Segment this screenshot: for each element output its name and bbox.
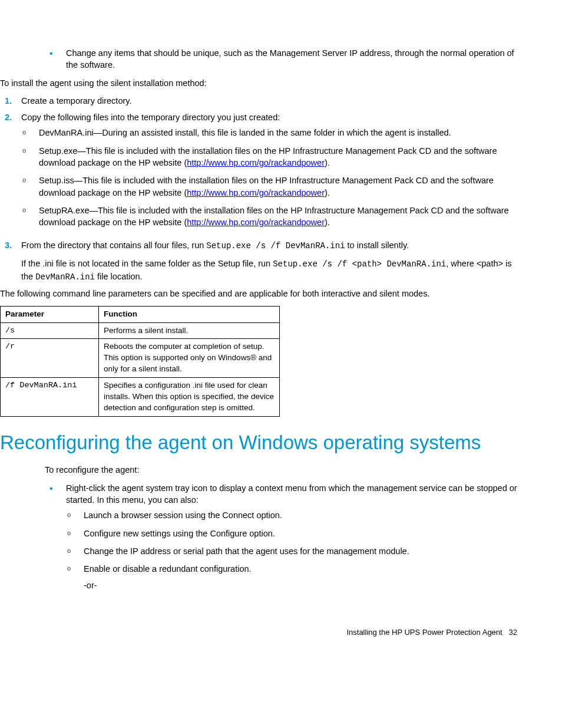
- step-note: If the .ini file is not located in the s…: [21, 258, 517, 283]
- text-fragment: file location.: [95, 272, 143, 281]
- sub-text: Change the IP address or serial path tha…: [84, 545, 517, 557]
- table-row: /s Performs a silent install.: [1, 322, 280, 339]
- parameters-table: Parameter Function /s Performs a silent …: [0, 306, 280, 417]
- function-cell: Reboots the computer at completion of se…: [99, 339, 280, 378]
- sub-text: Enable or disable a redundant configurat…: [84, 563, 517, 575]
- text-fragment: to install silently.: [345, 241, 409, 250]
- sub-text: SetupRA.exe—This file is included with t…: [39, 205, 517, 229]
- step-text: Create a temporary directory.: [21, 95, 517, 107]
- list-item: • Right-click the agent system tray icon…: [45, 482, 517, 598]
- step-content: Copy the following files into the tempor…: [21, 111, 517, 234]
- circle-marker-icon: o: [22, 206, 39, 229]
- list-item: o Setup.exe—This file is included with t…: [21, 145, 517, 169]
- page-footer: Installing the HP UPS Power Protection A…: [45, 627, 517, 638]
- list-item: o SetupRA.exe—This file is included with…: [21, 205, 517, 229]
- param-cell: /s: [1, 322, 99, 339]
- list-item: o Setup.iss—This file is included with t…: [21, 174, 517, 199]
- circle-marker-icon: o: [22, 128, 39, 139]
- section-heading: Reconfiguring the agent on Windows opera…: [0, 430, 517, 456]
- bullet-text: Right-click the agent system tray icon t…: [66, 483, 517, 505]
- file-sublist: o DevManRA.ini—During an assisted instal…: [21, 127, 517, 228]
- table-intro: The following command line parameters ca…: [0, 288, 517, 299]
- step-number: 1.: [5, 95, 21, 107]
- command-text: Setup.exe /s /f <path> DevManRA.ini: [273, 259, 446, 269]
- intro-paragraph: To install the agent using the silent in…: [0, 77, 517, 89]
- list-item: o Configure new settings using the Confi…: [66, 528, 517, 539]
- step-number: 3.: [5, 239, 21, 284]
- rackandpower-link[interactable]: http://www.hp.com/go/rackandpower: [187, 188, 325, 197]
- install-steps: 1. Create a temporary directory. 2. Copy…: [0, 95, 517, 283]
- sub-text: Launch a browser session using the Conne…: [84, 509, 517, 521]
- circle-marker-icon: o: [67, 529, 84, 539]
- list-item: o Enable or disable a redundant configur…: [66, 563, 517, 592]
- or-text: -or-: [84, 579, 517, 591]
- step-text: Copy the following files into the tempor…: [21, 113, 280, 122]
- text-fragment: ).: [325, 218, 330, 227]
- reconfigure-list: • Right-click the agent system tray icon…: [45, 482, 517, 598]
- table-row: /f DevManRA.ini Specifies a configuratio…: [1, 378, 280, 417]
- sub-text: DevManRA.ini—During an assisted install,…: [39, 127, 517, 139]
- command-text: DevManRA.ini: [35, 272, 95, 282]
- text-fragment: From the directory that contains all fou…: [21, 241, 206, 250]
- step-text: From the directory that contains all fou…: [21, 239, 517, 252]
- reconfigure-intro: To reconfigure the agent:: [45, 464, 517, 476]
- table-header-row: Parameter Function: [1, 306, 280, 322]
- top-bullet-list: • Change any items that should be unique…: [45, 47, 517, 71]
- list-item: o Launch a browser session using the Con…: [66, 509, 517, 521]
- rackandpower-link[interactable]: http://www.hp.com/go/rackandpower: [187, 218, 325, 227]
- table-row: /r Reboots the computer at completion of…: [1, 339, 280, 378]
- circle-marker-icon: o: [67, 510, 84, 521]
- param-cell: /r: [1, 339, 99, 378]
- circle-marker-icon: o: [22, 176, 39, 199]
- circle-marker-icon: o: [67, 564, 84, 592]
- list-item: o Change the IP address or serial path t…: [66, 545, 517, 557]
- command-text: Setup.exe /s /f DevManRA.ini: [206, 241, 345, 251]
- step-content: From the directory that contains all fou…: [21, 239, 517, 284]
- bullet-icon: •: [49, 47, 66, 71]
- list-item: o DevManRA.ini—During an assisted instal…: [21, 127, 517, 139]
- function-cell: Specifies a configuration .ini file used…: [99, 378, 280, 417]
- page-number: 32: [509, 628, 517, 637]
- rackandpower-link[interactable]: http://www.hp.com/go/rackandpower: [187, 158, 325, 167]
- circle-marker-icon: o: [67, 546, 84, 557]
- sub-text: Configure new settings using the Configu…: [84, 528, 517, 539]
- col-header-parameter: Parameter: [1, 306, 99, 322]
- circle-marker-icon: o: [22, 146, 39, 169]
- bullet-content: Right-click the agent system tray icon t…: [66, 482, 517, 598]
- bullet-icon: •: [49, 482, 66, 598]
- col-header-function: Function: [99, 306, 280, 322]
- step-item: 2. Copy the following files into the tem…: [0, 111, 517, 234]
- step-number: 2.: [5, 111, 21, 234]
- function-cell: Performs a silent install.: [99, 322, 280, 339]
- step-item: 1. Create a temporary directory.: [0, 95, 517, 107]
- step-item: 3. From the directory that contains all …: [0, 239, 517, 284]
- param-cell: /f DevManRA.ini: [1, 378, 99, 417]
- reconfigure-sublist: o Launch a browser session using the Con…: [66, 509, 517, 591]
- list-item: • Change any items that should be unique…: [45, 47, 517, 71]
- sub-content: Enable or disable a redundant configurat…: [84, 563, 517, 592]
- sub-text: Setup.iss—This file is included with the…: [39, 174, 517, 199]
- bullet-text: Change any items that should be unique, …: [66, 47, 517, 71]
- text-fragment: ).: [325, 188, 330, 197]
- sub-text: Setup.exe—This file is included with the…: [39, 145, 517, 169]
- footer-title: Installing the HP UPS Power Protection A…: [346, 628, 502, 637]
- text-fragment: If the .ini file is not located in the s…: [21, 259, 273, 268]
- text-fragment: ).: [325, 158, 330, 167]
